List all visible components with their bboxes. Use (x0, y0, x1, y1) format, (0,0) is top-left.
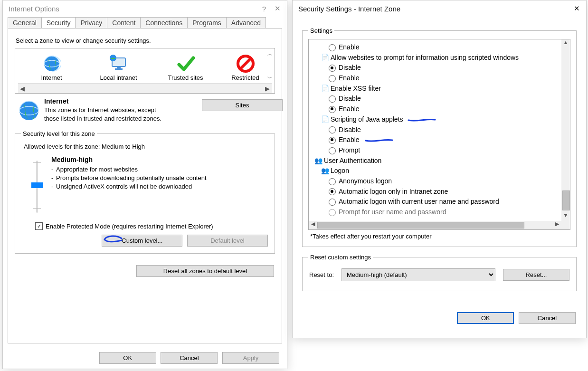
radio-g4-auto-intranet[interactable] (329, 188, 336, 195)
svg-rect-3 (117, 67, 121, 68)
check-icon (160, 53, 212, 74)
zone-heading: Select a zone to view or change security… (15, 35, 275, 44)
security-level-group: Security level for this zone Allowed lev… (15, 130, 275, 254)
annotation-underline-g3 (408, 117, 436, 123)
zone-desc-text: This zone is for Internet websites, exce… (44, 106, 168, 123)
security-slider[interactable] (28, 159, 47, 216)
users-icon: 👥 (314, 156, 322, 166)
zone-name: Internet (44, 97, 202, 105)
reset-button[interactable]: Reset... (503, 269, 569, 281)
sites-button[interactable]: Sites (202, 99, 283, 111)
tab-programs[interactable]: Programs (187, 17, 227, 28)
protected-mode-checkbox[interactable]: ✓ (35, 222, 43, 230)
settings-legend: Settings (308, 27, 334, 34)
scroll-right-icon[interactable]: ▶ (263, 85, 272, 92)
script-icon: 📄 (321, 114, 329, 125)
radio-g1-enable[interactable] (329, 75, 336, 82)
radio-enable-0[interactable] (329, 44, 336, 51)
default-level-button[interactable]: Default level (187, 235, 268, 247)
protected-mode-label: Enable Protected Mode (requires restarti… (46, 223, 213, 230)
tabstrip: General Security Privacy Content Connect… (3, 16, 287, 28)
tree-hscroll[interactable]: ◀ ▶ (309, 221, 561, 229)
reset-legend: Reset custom settings (308, 254, 373, 261)
scroll-left-icon[interactable]: ◀ (18, 85, 27, 92)
tab-content[interactable]: Content (107, 17, 141, 28)
settings-tree: Enable 📄Allow websites to prompt for inf… (308, 39, 570, 230)
zone-description: Internet This zone is for Internet websi… (15, 94, 275, 124)
radio-g1-disable[interactable] (329, 65, 336, 72)
settings-group: Settings Enable 📄Allow websites to promp… (302, 27, 577, 247)
level-bullet: Unsigned ActiveX controls will not be do… (51, 182, 267, 191)
scroll-right-icon[interactable]: ▶ (553, 221, 561, 229)
close-icon[interactable]: ✕ (572, 4, 581, 13)
zone-strip: ︿ ﹀ Internet Local intranet (15, 48, 275, 94)
users-icon: 👥 (321, 166, 329, 176)
radio-g2-disable[interactable] (329, 95, 336, 103)
radio-g2-enable[interactable] (329, 106, 336, 113)
radio-g4-auto-user[interactable] (329, 199, 336, 206)
reset-to-label: Reset to: (309, 271, 334, 278)
cancel-button[interactable]: Cancel (519, 312, 576, 324)
titlebar-right: Security Settings - Internet Zone ✕ (293, 0, 586, 16)
globe-icon (26, 53, 78, 74)
zone-internet[interactable]: Internet (26, 53, 78, 81)
tab-general[interactable]: General (8, 17, 42, 28)
zone-local-intranet[interactable]: Local intranet (93, 53, 145, 81)
annotation-underline-g3b (365, 138, 393, 143)
level-bullet: Prompts before downloading potentially u… (51, 174, 267, 182)
script-icon: 📄 (321, 84, 329, 94)
globe-large-icon (17, 97, 41, 124)
svg-rect-4 (115, 68, 123, 70)
radio-g3-prompt[interactable] (329, 147, 336, 154)
help-icon[interactable]: ? (259, 5, 269, 13)
titlebar-left: Internet Options ? ✕ (3, 0, 287, 16)
reset-to-select[interactable]: Medium-high (default) (341, 268, 495, 281)
scroll-up-icon[interactable]: ▲ (561, 39, 570, 48)
cancel-button[interactable]: Cancel (161, 352, 218, 364)
scroll-left-icon[interactable]: ◀ (309, 221, 317, 229)
tree-vscroll[interactable]: ▲ ▼ (561, 39, 570, 221)
tab-security[interactable]: Security (41, 17, 76, 28)
tab-body: Select a zone to view or change security… (8, 28, 282, 343)
allowed-levels: Allowed levels for this zone: Medium to … (21, 142, 269, 151)
monitor-icon (93, 53, 145, 74)
zone-trusted-sites[interactable]: Trusted sites (160, 53, 212, 81)
radio-g4-anon[interactable] (329, 178, 336, 185)
tab-connections[interactable]: Connections (140, 17, 188, 28)
ok-button[interactable]: OK (457, 312, 514, 324)
zone-down-icon[interactable]: ﹀ (267, 75, 273, 82)
ok-button[interactable]: OK (99, 352, 156, 364)
security-settings-dialog: Security Settings - Internet Zone ✕ Sett… (292, 0, 587, 338)
radio-g3-disable[interactable] (329, 126, 336, 133)
internet-options-dialog: Internet Options ? ✕ General Security Pr… (2, 0, 287, 369)
close-icon[interactable]: ✕ (273, 4, 282, 13)
dialog-title: Internet Options (9, 5, 59, 13)
custom-level-button[interactable]: Custom level... (102, 235, 182, 247)
level-bullet: Appropriate for most websites (51, 165, 267, 174)
radio-g3-enable[interactable] (329, 137, 336, 144)
security-level-legend: Security level for this zone (21, 130, 97, 137)
prohibited-icon (227, 53, 265, 74)
level-name: Medium-high (51, 156, 267, 163)
tab-advanced[interactable]: Advanced (226, 17, 266, 28)
script-icon: 📄 (321, 53, 329, 63)
scroll-down-icon[interactable]: ▼ (561, 212, 570, 221)
radio-g4-prompt[interactable] (329, 209, 336, 216)
reset-all-zones-button[interactable]: Reset all zones to default level (136, 265, 274, 277)
tab-privacy[interactable]: Privacy (75, 17, 107, 28)
dialog-title: Security Settings - Internet Zone (298, 5, 400, 13)
apply-button[interactable]: Apply (222, 352, 279, 364)
reset-group: Reset custom settings Reset to: Medium-h… (302, 254, 577, 291)
restart-note: *Takes effect after you restart your com… (308, 230, 570, 243)
zone-up-icon[interactable]: ︿ (267, 50, 273, 57)
zone-restricted[interactable]: Restricted (227, 53, 265, 81)
zone-hscroll[interactable]: ◀ ▶ (18, 83, 272, 93)
